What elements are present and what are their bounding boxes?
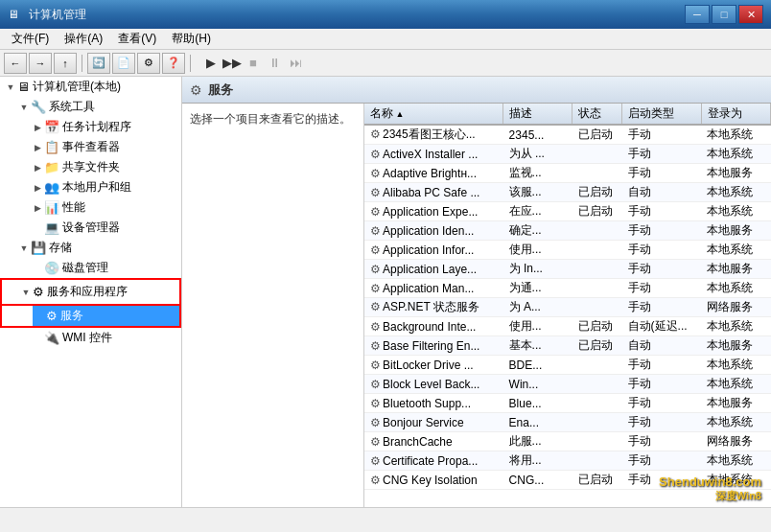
table-row[interactable]: ⚙Application Iden... 确定... 手动 本地服务 (364, 221, 771, 241)
svc-desc: CNG... (503, 471, 572, 490)
pause-button[interactable]: ⏸ (265, 54, 284, 73)
tree-item-users[interactable]: ▶ 👥 本地用户和组 (0, 177, 181, 197)
svc-logon: 网络服务 (701, 298, 770, 317)
right-panel: ⚙ 服务 选择一个项目来查看它的描述。 名称 描述 (182, 77, 771, 507)
tree-expand-storage[interactable]: ▼ (17, 242, 31, 255)
tree-item-wmi[interactable]: 🔌 WMI 控件 (0, 328, 181, 348)
tree-expand-shared[interactable]: ▶ (31, 161, 44, 174)
col-desc[interactable]: 描述 (503, 104, 572, 125)
table-row[interactable]: ⚙Application Expe... 在应... 已启动 手动 本地系统 (364, 202, 771, 221)
svc-name: ⚙Application Iden... (364, 221, 503, 241)
table-row[interactable]: ⚙Bluetooth Supp... Blue... 手动 本地服务 (364, 394, 771, 413)
col-name[interactable]: 名称 (364, 104, 503, 125)
table-row[interactable]: ⚙Bonjour Service Ena... 手动 本地系统 (364, 413, 771, 432)
table-row[interactable]: ⚙ActiveX Installer ... 为从 ... 手动 本地系统 (364, 145, 771, 164)
col-logon[interactable]: 登录为 (701, 104, 770, 125)
svc-start: 手动 (622, 202, 702, 221)
table-row[interactable]: ⚙Application Man... 为通... 手动 本地系统 (364, 279, 771, 298)
tree-item-perf[interactable]: ▶ 📊 性能 (0, 197, 181, 218)
services-header: ⚙ 服务 (182, 77, 771, 104)
props-button[interactable]: ⚙ (137, 53, 160, 74)
svc-desc: Blue... (503, 394, 572, 413)
tree-label-perf: 性能 (62, 199, 85, 216)
table-row[interactable]: ⚙2345看图王核心... 2345... 已启动 手动 本地系统 (364, 125, 771, 145)
col-status[interactable]: 状态 (572, 104, 622, 125)
menu-help[interactable]: 帮助(H) (164, 29, 219, 49)
svc-status: 已启动 (572, 336, 622, 356)
menu-file[interactable]: 文件(F) (4, 29, 57, 49)
svc-desc: 在应... (503, 202, 572, 221)
svc-name: ⚙Bonjour Service (364, 413, 503, 432)
table-row[interactable]: ⚙Background Inte... 使用... 已启动 自动(延迟... 本… (364, 317, 771, 336)
col-start[interactable]: 启动类型 (622, 104, 702, 125)
up-button[interactable]: ↑ (54, 53, 77, 74)
skip-button[interactable]: ⏭ (286, 54, 305, 73)
tree-label-services: 服务 (60, 308, 83, 324)
tree-expand-root[interactable]: ▼ (4, 81, 17, 94)
svc-logon: 本地系统 (701, 241, 770, 260)
svc-start: 手动 (622, 125, 702, 145)
tree-expand-task[interactable]: ▶ (31, 121, 44, 134)
maximize-button[interactable]: □ (712, 5, 736, 24)
play-button[interactable]: ▶ (201, 54, 221, 73)
table-row[interactable]: ⚙Alibaba PC Safe ... 该服... 已启动 自动 本地系统 (364, 183, 771, 202)
tree-item-shared[interactable]: ▶ 📁 共享文件夹 (0, 157, 181, 177)
desc-panel: 选择一个项目来查看它的描述。 (182, 104, 364, 507)
tree-expand-svcapp[interactable]: ▼ (19, 286, 33, 299)
table-row[interactable]: ⚙ASP.NET 状态服务 为 A... 手动 网络服务 (364, 298, 771, 317)
minimize-button[interactable]: ─ (685, 5, 710, 24)
table-row[interactable]: ⚙Adaptive Brightн... 监视... 手动 本地服务 (364, 164, 771, 183)
tree-item-svcapp[interactable]: ▼ ⚙ 服务和应用程序 (19, 282, 128, 302)
tree-expand-users[interactable]: ▶ (31, 181, 44, 195)
svc-logon: 本地系统 (701, 375, 770, 394)
svc-start: 手动 (622, 298, 702, 317)
tree-item-events[interactable]: ▶ 📋 事件查看器 (0, 137, 181, 157)
svc-name: ⚙Bluetooth Supp... (364, 394, 503, 413)
toolbar-separator-1 (82, 55, 82, 72)
tree-item-task[interactable]: ▶ 📅 任务计划程序 (0, 117, 181, 137)
stop-button[interactable]: ■ (244, 54, 263, 73)
tree-item-storage[interactable]: ▼ 💾 存储 (0, 238, 181, 258)
table-row[interactable]: ⚙Base Filtering En... 基本... 已启动 自动 本地服务 (364, 336, 771, 356)
svc-status (572, 221, 622, 241)
svc-status (572, 356, 622, 375)
toolbar: ← → ↑ 🔄 📄 ⚙ ❓ ▶ ▶▶ ■ ⏸ ⏭ (0, 50, 771, 77)
refresh-button[interactable]: 🔄 (87, 53, 110, 74)
table-row[interactable]: ⚙Block Level Back... Win... 手动 本地系统 (364, 375, 771, 394)
svc-icon: ⚙ (370, 205, 381, 219)
task-icon: 📅 (44, 120, 59, 134)
tree-item-services[interactable]: ⚙ 服务 (33, 306, 179, 326)
svc-name: ⚙ActiveX Installer ... (364, 145, 503, 164)
tree-item-devmgr[interactable]: 💻 设备管理器 (0, 218, 181, 238)
play-controls: ▶ ▶▶ ■ ⏸ ⏭ (201, 54, 305, 73)
forward-button[interactable]: → (29, 53, 52, 74)
export-button[interactable]: 📄 (112, 53, 135, 74)
tree-expand-tools[interactable]: ▼ (17, 101, 31, 114)
tree-item-tools[interactable]: ▼ 🔧 系统工具 (0, 97, 181, 117)
table-row[interactable]: ⚙Certificate Propa... 将用... 手动 本地系统 (364, 451, 771, 471)
tree-expand-events[interactable]: ▶ (31, 141, 44, 154)
table-row[interactable]: ⚙CNG Key Isolation CNG... 已启动 手动 本地系统 (364, 471, 771, 490)
tree-expand-perf[interactable]: ▶ (31, 201, 44, 215)
svc-start: 手动 (622, 164, 702, 183)
table-row[interactable]: ⚙Application Laye... 为 In... 手动 本地服务 (364, 260, 771, 279)
play-next-button[interactable]: ▶▶ (222, 54, 242, 73)
menu-action[interactable]: 操作(A) (57, 29, 110, 49)
back-button[interactable]: ← (4, 53, 27, 74)
menu-view[interactable]: 查看(V) (110, 29, 164, 49)
tree-label-storage: 存储 (49, 240, 72, 256)
svc-status (572, 432, 622, 451)
table-row[interactable]: ⚙Application Infor... 使用... 手动 本地系统 (364, 241, 771, 260)
table-row[interactable]: ⚙BranchCache 此服... 手动 网络服务 (364, 432, 771, 451)
close-button[interactable]: ✕ (738, 5, 763, 24)
table-row[interactable]: ⚙BitLocker Drive ... BDE... 手动 本地系统 (364, 356, 771, 375)
users-icon: 👥 (44, 180, 59, 195)
tree-item-root[interactable]: ▼ 🖥 计算机管理(本地) (0, 77, 181, 97)
svc-icon: ⚙ (370, 320, 381, 334)
svc-logon: 本地服务 (701, 394, 770, 413)
tree-item-diskmgr[interactable]: 💿 磁盘管理 (0, 258, 181, 278)
services-list[interactable]: 名称 描述 状态 启动类型 登录为 ⚙2345看图王核心... 2345... … (364, 104, 771, 507)
svc-status (572, 164, 622, 183)
help-button[interactable]: ❓ (162, 53, 185, 74)
svc-name: ⚙Block Level Back... (364, 375, 503, 394)
